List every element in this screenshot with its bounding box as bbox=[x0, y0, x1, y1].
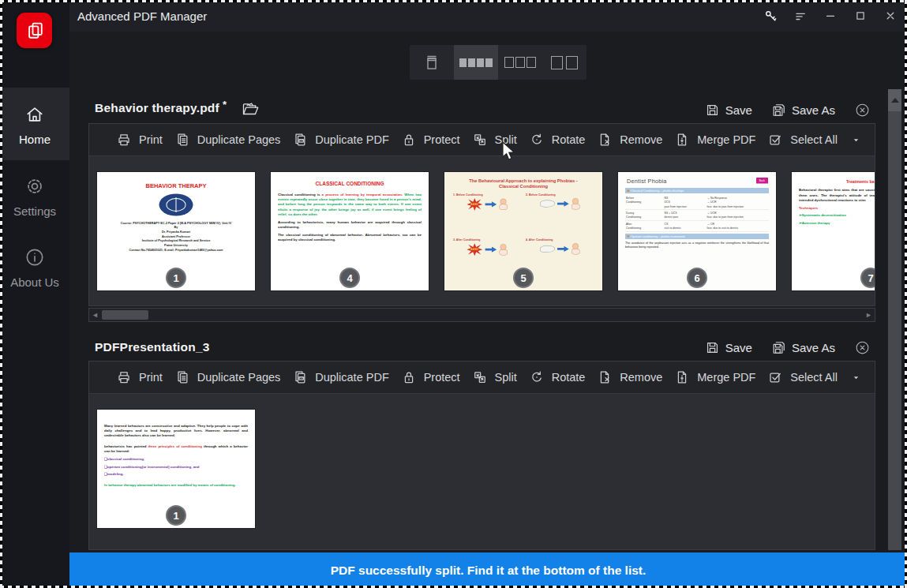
page-thumbnail[interactable]: Treatments based on ClaBehavioral therap… bbox=[792, 172, 875, 290]
toolbar-overflow-button[interactable] bbox=[849, 135, 864, 145]
document-toolbar: PrintDuplicate PagesPDFDuplicate PDFProt… bbox=[89, 124, 875, 155]
diagram-quadrant: 1. Before ConditioningBANG! bbox=[452, 192, 523, 235]
spacer bbox=[104, 410, 248, 423]
close-icon[interactable] bbox=[880, 6, 901, 26]
toolbar-button-label: Duplicate Pages bbox=[197, 133, 281, 146]
close-document-button[interactable] bbox=[854, 339, 871, 356]
rat-icon bbox=[540, 200, 555, 208]
toolbar-button-merge-pdf[interactable]: Merge PDF bbox=[674, 369, 755, 385]
toolbar-button-merge-pdf[interactable]: Merge PDF bbox=[674, 132, 755, 148]
document-name: Behavior therapy.pdf bbox=[95, 101, 219, 115]
save-label: Save bbox=[725, 341, 752, 354]
spacer bbox=[452, 172, 595, 178]
slide-text-line: Contact No.7654901021; E-mail: Priyankak… bbox=[104, 248, 248, 253]
toolbar-button-print[interactable]: Print bbox=[116, 369, 163, 385]
select-all-icon bbox=[767, 132, 783, 148]
spacer bbox=[104, 172, 248, 182]
modified-marker: * bbox=[223, 101, 227, 109]
diagram-quadrant: 4. After Conditioning bbox=[524, 238, 595, 281]
toolbar-button-label: Duplicate PDF bbox=[315, 133, 388, 146]
section-band: Operant conditioning – phobia maintained bbox=[625, 234, 769, 239]
save-as-button[interactable]: Save As bbox=[771, 340, 835, 355]
scroll-left-icon[interactable]: ◄ bbox=[89, 309, 101, 321]
toolbar-button-rotate[interactable]: Rotate bbox=[529, 369, 586, 385]
horizontal-scrollbar-thumb[interactable] bbox=[102, 310, 148, 320]
toolbar-button-split[interactable]: Split bbox=[472, 132, 517, 148]
page-number-badge: 6 bbox=[687, 268, 707, 288]
save-button[interactable]: Save bbox=[705, 103, 752, 118]
page-number-badge: 4 bbox=[339, 268, 360, 288]
minimize-icon[interactable] bbox=[820, 6, 841, 26]
horizontal-scrollbar[interactable]: ◄ ► bbox=[88, 308, 875, 322]
page-number-badge: 5 bbox=[513, 268, 534, 288]
document-section: PDFPresentation_3SaveSave AsPrintDuplica… bbox=[88, 334, 875, 550]
page-thumbnail[interactable]: BEHAVIOR THERAPYCourse: PSYCHOTHERAPY EC… bbox=[97, 172, 255, 290]
sidebar-item-label: Settings bbox=[13, 204, 56, 218]
page-thumbnail[interactable]: Dentist PhobiaBackClassical Conditioning… bbox=[618, 172, 776, 290]
toolbar-button-label: Rotate bbox=[552, 371, 586, 384]
baby-icon bbox=[499, 199, 508, 211]
scroll-right-icon[interactable]: ► bbox=[863, 309, 875, 321]
toolbar-button-remove[interactable]: Remove bbox=[597, 132, 662, 148]
toolbar-button-print[interactable]: Print bbox=[116, 132, 163, 148]
toolbar-button-duplicate-pdf[interactable]: PDFDuplicate PDF bbox=[292, 369, 388, 385]
view-mode-page-list[interactable] bbox=[410, 45, 454, 80]
duplicate-pages-icon bbox=[174, 132, 190, 148]
toolbar-button-duplicate-pages[interactable]: Duplicate Pages bbox=[174, 369, 281, 385]
page-thumbnail[interactable]: CLASSICAL CONDITIONINGClassical conditio… bbox=[271, 172, 429, 290]
sidebar-item-home[interactable]: Home bbox=[0, 88, 69, 160]
toolbar-button-label: Rotate bbox=[552, 133, 586, 146]
toolbar-button-remove[interactable]: Remove bbox=[597, 369, 662, 385]
toolbar-button-protect[interactable]: Protect bbox=[401, 132, 460, 148]
conditioning-table-row: Before ConditioningNS UCS pain from inje… bbox=[625, 195, 769, 210]
rotate-icon bbox=[529, 132, 545, 148]
arrow-icon bbox=[485, 201, 497, 208]
document-panel: PrintDuplicate PagesPDFDuplicate PDFProt… bbox=[88, 361, 875, 550]
conditioning-table-row: After ConditioningCS visit to dentist→ C… bbox=[625, 221, 769, 232]
save-icon bbox=[705, 340, 720, 355]
merge-pdf-icon bbox=[674, 132, 690, 148]
toolbar-button-label: Split bbox=[495, 133, 517, 146]
sidebar-item-about-us[interactable]: About Us bbox=[0, 246, 69, 308]
document-name: PDFPresentation_3 bbox=[95, 340, 210, 354]
key-icon[interactable] bbox=[760, 6, 781, 26]
view-mode-four-up[interactable] bbox=[454, 45, 498, 80]
toolbar-button-select-all[interactable]: Select All bbox=[767, 369, 838, 385]
close-circle-icon bbox=[854, 102, 871, 118]
menu-icon[interactable] bbox=[790, 6, 811, 26]
view-mode-three-up[interactable] bbox=[498, 45, 542, 80]
toolbar-button-label: Merge PDF bbox=[697, 133, 755, 146]
sidebar-item-settings[interactable]: Settings bbox=[0, 175, 69, 237]
quadrant-art bbox=[526, 198, 594, 210]
view-mode-two-up[interactable] bbox=[542, 45, 587, 80]
toolbar-button-select-all[interactable]: Select All bbox=[767, 132, 838, 148]
toolbar-button-protect[interactable]: Protect bbox=[401, 369, 460, 385]
document-header: PDFPresentation_3SaveSave As bbox=[88, 334, 875, 361]
baby-icon bbox=[572, 243, 580, 255]
maximize-icon[interactable] bbox=[850, 6, 871, 26]
save-button[interactable]: Save bbox=[705, 340, 752, 355]
baby-icon bbox=[572, 198, 580, 210]
slide-paragraph: ❑modeling. bbox=[104, 472, 248, 477]
toolbar-button-label: Split bbox=[495, 371, 517, 384]
toolbar-button-rotate[interactable]: Rotate bbox=[529, 132, 586, 148]
page-thumbnail[interactable]: The Behavioural Approach to explaining P… bbox=[444, 172, 602, 290]
slide-paragraph: ➢Aversion therapy bbox=[799, 220, 875, 225]
scroll-up-icon[interactable] bbox=[888, 89, 901, 111]
save-as-button[interactable]: Save As bbox=[771, 103, 835, 118]
slide-title: Dentist Phobia bbox=[627, 178, 667, 184]
slide-paragraph: Behavioral therapist first aims that are… bbox=[799, 188, 875, 203]
split-icon bbox=[472, 369, 488, 385]
protect-icon bbox=[401, 132, 417, 148]
view-mode-switcher bbox=[410, 45, 587, 80]
close-document-button[interactable] bbox=[854, 102, 871, 118]
conditioning-table-row: During ConditioningNS + UCS dentist pain… bbox=[625, 210, 769, 221]
toolbar-button-duplicate-pages[interactable]: Duplicate Pages bbox=[174, 132, 281, 148]
vertical-scrollbar[interactable] bbox=[888, 89, 901, 550]
page-thumbnail[interactable]: Many learned behaviors are constructive … bbox=[97, 410, 255, 528]
open-file-button[interactable] bbox=[241, 99, 260, 118]
toolbar-button-split[interactable]: Split bbox=[472, 369, 517, 385]
document-header: Behavior therapy.pdf*SaveSave As bbox=[88, 96, 875, 123]
toolbar-button-duplicate-pdf[interactable]: PDFDuplicate PDF bbox=[292, 132, 388, 148]
toolbar-overflow-button[interactable] bbox=[849, 373, 864, 383]
